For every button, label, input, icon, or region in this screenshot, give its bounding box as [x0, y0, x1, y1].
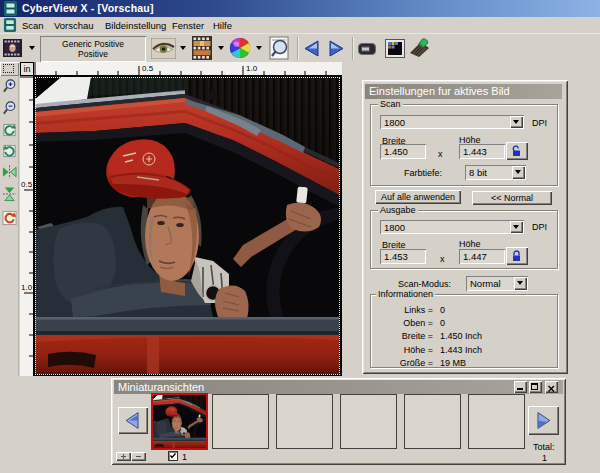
- svg-text:1.0: 1.0: [246, 64, 258, 73]
- svg-text:0.5: 0.5: [142, 64, 154, 73]
- svg-text:0.5: 0.5: [21, 180, 33, 189]
- svg-text:1.0: 1.0: [21, 283, 33, 292]
